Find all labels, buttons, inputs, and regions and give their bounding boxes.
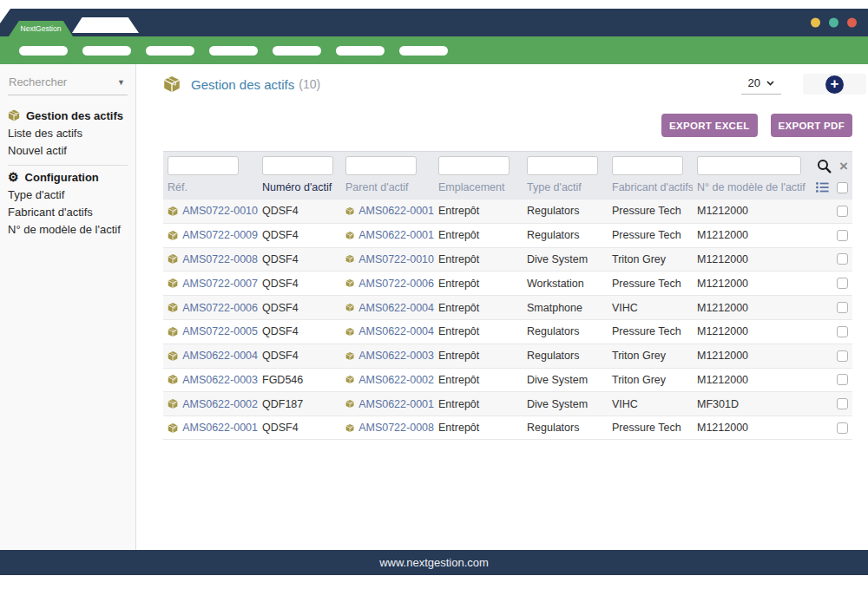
cell-num: QDF187 (258, 398, 341, 410)
column-header[interactable]: Numéro d'actif (258, 181, 341, 197)
list-icon[interactable] (816, 182, 829, 193)
header-actions (809, 182, 852, 197)
clear-filters-icon[interactable]: × (839, 159, 848, 173)
window-dot-maximize[interactable] (829, 18, 838, 28)
export-pdf-button[interactable]: EXPORT PDF (771, 114, 852, 137)
column-header[interactable]: Réf. (163, 181, 258, 197)
filter-input-col3[interactable] (438, 156, 510, 175)
cell-ref[interactable]: AMS0722-0005 (163, 325, 258, 337)
cell-ref[interactable]: AMS0722-0009 (163, 229, 258, 241)
sidebar-item-fabricant-dactifs[interactable]: Fabricant d'actifs (8, 206, 128, 218)
sidebar-item-type-dactif[interactable]: Type d'actif (8, 189, 128, 200)
window-dot-minimize[interactable] (811, 18, 820, 28)
column-header[interactable]: N° de modèle de l'actif (693, 181, 809, 197)
cell-ref[interactable]: AMS0622-0002 (163, 398, 258, 410)
filter-input-col1[interactable] (262, 156, 333, 175)
row-checkbox[interactable] (837, 253, 848, 265)
export-excel-button[interactable]: EXPORT EXCEL (661, 114, 757, 137)
column-header[interactable]: Parent d'actif (341, 181, 434, 197)
search-select[interactable]: Rechercher ▼ (8, 74, 128, 95)
table-row: AMS0622-0004QDSF4AMS0622-0003EntrepôtReg… (163, 344, 852, 368)
column-header[interactable]: Type d'actif (523, 181, 608, 197)
cell-checkbox (809, 326, 852, 337)
cell-type: Workstation (523, 278, 608, 290)
cell-parent[interactable]: AMS0622-0001 (341, 398, 434, 410)
cell-loc: Entrepôt (434, 350, 523, 362)
page-size-value: 20 (748, 76, 760, 89)
filter-input-col5[interactable] (612, 156, 683, 175)
row-checkbox[interactable] (837, 206, 848, 217)
cell-fab: Triton Grey (608, 374, 693, 386)
cell-parent[interactable]: AMS0622-0004 (341, 325, 434, 337)
cell-num: FGD546 (258, 374, 341, 386)
nav-pill[interactable] (273, 46, 321, 56)
search-icon[interactable] (817, 159, 832, 173)
browser-tab-active[interactable]: NextGestion (9, 21, 73, 36)
window-controls (811, 18, 857, 28)
cell-fab: Pressure Tech (608, 205, 693, 217)
row-checkbox[interactable] (837, 302, 848, 313)
filter-input-col0[interactable] (168, 156, 239, 175)
sidebar-item-liste-des-actifs[interactable]: Liste des actifs (8, 128, 128, 139)
nav-pill[interactable] (209, 46, 258, 56)
cell-ref[interactable]: AMS0622-0001 (163, 422, 258, 434)
add-asset-button[interactable]: + (825, 75, 844, 94)
cell-fab: Triton Grey (608, 253, 693, 265)
cell-checkbox (809, 398, 852, 409)
cell-parent[interactable]: AMS0722-0008 (341, 422, 434, 434)
cell-parent[interactable]: AMS0722-0006 (341, 278, 434, 290)
browser-tab-blank[interactable] (72, 17, 139, 33)
cell-ref[interactable]: AMS0722-0007 (163, 278, 258, 290)
row-checkbox[interactable] (837, 350, 848, 362)
cell-ref[interactable]: AMS0722-0006 (163, 302, 258, 314)
nav-pill[interactable] (146, 46, 194, 56)
column-header[interactable]: Emplacement (434, 181, 523, 197)
sidebar-section-label: Configuration (25, 172, 99, 183)
cell-parent[interactable]: AMS0622-0001 (341, 205, 434, 217)
row-checkbox[interactable] (837, 326, 848, 337)
cell-fab: VIHC (608, 302, 693, 314)
box-icon (345, 398, 354, 409)
page-size-select[interactable]: 20 (741, 74, 781, 95)
window-dot-close[interactable] (847, 18, 857, 28)
footer: www.nextgestion.com (0, 550, 868, 575)
filter-input-col4[interactable] (527, 156, 598, 175)
cell-ref[interactable]: AMS0622-0004 (163, 350, 258, 362)
cell-model: M1212000 (693, 422, 809, 434)
cell-parent[interactable]: AMS0722-0010 (341, 253, 434, 265)
window-titlebar: NextGestion (0, 9, 868, 36)
cell-parent[interactable]: AMS0622-0002 (341, 374, 434, 386)
select-all-checkbox[interactable] (837, 182, 848, 193)
cell-loc: Entrepôt (434, 325, 523, 337)
sidebar-section-assets[interactable]: Gestion des actifs (8, 109, 128, 121)
cell-parent[interactable]: AMS0622-0004 (341, 302, 434, 314)
cell-ref[interactable]: AMS0722-0008 (163, 253, 258, 265)
cell-parent[interactable]: AMS0622-0001 (341, 229, 434, 241)
column-header[interactable]: Fabricant d'actifs (608, 181, 693, 197)
sidebar-item-nouvel-actif[interactable]: Nouvel actif (8, 145, 128, 156)
row-checkbox[interactable] (837, 374, 848, 385)
footer-url: www.nextgestion.com (379, 556, 489, 569)
box-icon (168, 374, 178, 385)
nav-pill[interactable] (336, 46, 385, 56)
nav-pill[interactable] (399, 46, 448, 56)
cell-parent[interactable]: AMS0622-0003 (341, 350, 434, 362)
nav-pill[interactable] (82, 46, 131, 56)
sidebar-item-modele-actif[interactable]: N° de modèle de l'actif (8, 224, 128, 235)
filter-cell (434, 156, 523, 175)
nav-pill[interactable] (19, 46, 68, 56)
filter-cell (693, 156, 809, 175)
cell-ref[interactable]: AMS0722-0010 (163, 205, 258, 217)
table-row: AMS0722-0007QDSF4AMS0722-0006EntrepôtWor… (163, 271, 852, 295)
row-checkbox[interactable] (837, 278, 848, 289)
filter-input-col6[interactable] (697, 156, 801, 175)
sidebar-section-configuration[interactable]: ⚙ Configuration (8, 171, 128, 183)
cell-ref[interactable]: AMS0622-0003 (163, 374, 258, 386)
cell-model: M1212000 (693, 253, 809, 265)
row-checkbox[interactable] (837, 422, 848, 434)
row-checkbox[interactable] (837, 398, 848, 409)
row-checkbox[interactable] (837, 230, 848, 241)
filter-actions: × (809, 159, 852, 173)
cell-loc: Entrepôt (434, 422, 523, 434)
filter-input-col2[interactable] (345, 156, 417, 175)
